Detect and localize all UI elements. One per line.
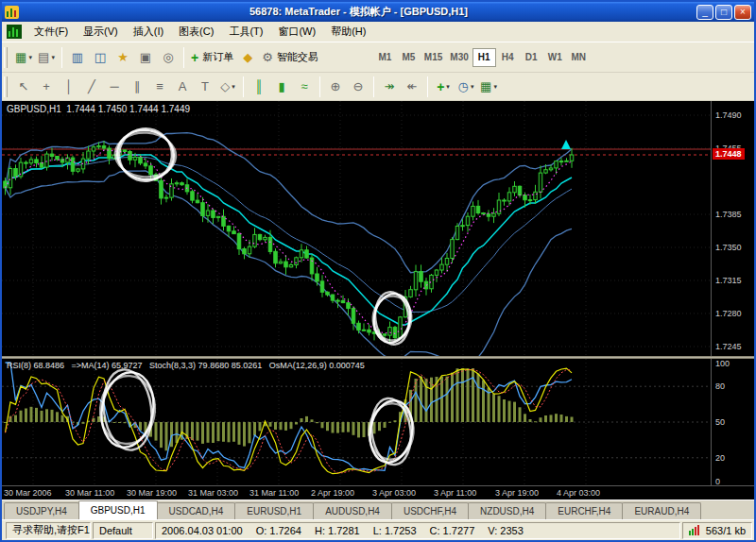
templates-icon: ▦ xyxy=(480,80,491,93)
minimize-button[interactable]: _ xyxy=(696,5,713,20)
timeframe-h4-button[interactable]: H4 xyxy=(496,48,520,67)
tab-usdchf-h4[interactable]: USDCHF,H4 xyxy=(391,502,469,519)
new-chart-button[interactable]: ▦▾ xyxy=(12,46,35,68)
menu-charts[interactable]: 图表(C) xyxy=(171,22,221,42)
tab-usdcad-h4[interactable]: USDCAD,H4 xyxy=(157,502,236,519)
menu-insert[interactable]: 插入(I) xyxy=(126,22,171,42)
tab-nzdusd-h4[interactable]: NZDUSD,H4 xyxy=(468,502,546,519)
connection-traffic: 563/1 kb xyxy=(706,525,746,536)
time-label: 3 Apr 19:00 xyxy=(495,488,539,498)
timeframe-d1-button[interactable]: D1 xyxy=(520,48,543,67)
text-label-button[interactable]: T xyxy=(194,76,216,97)
price-label: 1.7385 xyxy=(715,210,742,219)
status-profile[interactable]: Default xyxy=(93,522,153,539)
expert-advisors-label: 智能交易 xyxy=(277,50,318,64)
profiles-button[interactable]: ▤▾ xyxy=(35,46,58,68)
timeframe-m1-button[interactable]: M1 xyxy=(373,48,397,67)
timeframe-m5-button[interactable]: M5 xyxy=(397,48,421,67)
tab-usdjpy-h4[interactable]: USDJPY,H4 xyxy=(4,502,79,519)
strategy-tester-button[interactable]: ◎ xyxy=(157,46,180,68)
indicators-button[interactable]: +▾ xyxy=(432,76,455,97)
zoom-out-icon: ⊖ xyxy=(353,80,364,93)
tab-euraud-h4[interactable]: EURAUD,H4 xyxy=(622,502,701,519)
timeframe-w1-button[interactable]: W1 xyxy=(543,48,567,67)
toolbar-grip[interactable] xyxy=(4,47,8,68)
zoom-out-button[interactable]: ⊖ xyxy=(347,76,369,97)
indicator-scale[interactable]: 1008050200 xyxy=(711,359,754,485)
market-watch-icon: ▥ xyxy=(72,51,83,63)
cursor-button[interactable]: ↖ xyxy=(12,76,35,97)
fibonacci-button[interactable]: ≡ xyxy=(148,76,171,97)
metaeditor-icon: ◆ xyxy=(243,51,252,63)
status-bar-info: 2006.04.03 01:00 O: 1.7264 H: 1.7281 L: … xyxy=(155,522,680,539)
text-button[interactable]: A xyxy=(171,76,194,97)
data-window-icon: ◫ xyxy=(94,51,106,63)
auto-scroll-icon: ↠ xyxy=(385,80,395,93)
menu-window[interactable]: 窗口(W) xyxy=(270,22,323,42)
menu-tools[interactable]: 工具(T) xyxy=(221,22,270,42)
horizontal-line-button[interactable]: ─ xyxy=(103,76,126,97)
auto-scroll-button[interactable]: ↠ xyxy=(378,76,401,97)
trendline-icon: ╱ xyxy=(88,80,95,93)
close-button[interactable]: × xyxy=(734,5,751,20)
chevron-down-icon: ▾ xyxy=(51,54,55,61)
new-order-button[interactable]: +新订单 xyxy=(188,46,236,68)
price-scale[interactable]: 1.74901.74551.73851.73501.73151.72801.72… xyxy=(711,101,754,356)
indicator-canvas[interactable] xyxy=(2,359,711,485)
restore-button[interactable]: □ xyxy=(715,5,732,20)
toolbar-separator xyxy=(61,47,62,68)
expert-advisors-icon: ⚙ xyxy=(262,51,273,63)
toolbar-separator xyxy=(373,76,374,97)
price-label: 1.7315 xyxy=(715,276,742,285)
chart-shift-button[interactable]: ↞ xyxy=(401,76,423,97)
tab-eurusd-h1[interactable]: EURUSD,H1 xyxy=(234,502,314,519)
chevron-down-icon: ▾ xyxy=(493,83,497,91)
price-label: 1.7245 xyxy=(715,342,742,351)
candlestick-chart-button[interactable]: ▮ xyxy=(270,76,293,97)
crosshair-button[interactable]: + xyxy=(35,76,58,97)
periods-button[interactable]: ◷▾ xyxy=(455,76,477,97)
toolbar-grip[interactable] xyxy=(4,76,8,97)
market-watch-button[interactable]: ▥ xyxy=(66,46,89,68)
navigator-button[interactable]: ★ xyxy=(112,46,134,68)
metaeditor-button[interactable]: ◆ xyxy=(236,46,259,68)
equidistant-channel-icon: ∥ xyxy=(134,80,141,93)
navigator-icon: ★ xyxy=(117,51,129,63)
new-order-icon: + xyxy=(191,51,198,64)
tab-eurchf-h4[interactable]: EURCHF,H4 xyxy=(545,502,623,519)
chevron-down-icon: ▾ xyxy=(446,83,450,91)
equidistant-channel-button[interactable]: ∥ xyxy=(126,76,148,97)
tab-gbpusd-h1[interactable]: GBPUSD,H1 xyxy=(78,500,158,519)
indicator-window[interactable]: RSI(8) 68.8486 =>MA(14) 65.9727 Stoch(8,… xyxy=(2,359,754,485)
title-bar[interactable]: 56878: MetaTrader - 模拟帐户 - [GBPUSD,H1] _… xyxy=(2,2,754,22)
fibonacci-icon: ≡ xyxy=(156,80,163,93)
time-label: 3 Apr 11:00 xyxy=(434,488,476,498)
line-chart-button[interactable]: ≈ xyxy=(293,76,316,97)
line-studies-toolbar: ↖ + │ ╱ ─ ∥ ≡ A T ◇▾ ║ ▮ ≈ ⊕ ⊖ ↠ ↞ +▾ ◷▾… xyxy=(2,73,754,101)
timeframe-h1-button[interactable]: H1 xyxy=(472,48,496,67)
timeframe-m30-button[interactable]: M30 xyxy=(446,48,472,67)
vertical-line-button[interactable]: │ xyxy=(58,76,80,97)
main-chart[interactable]: GBPUSD,H1 1.7444 1.7450 1.7444 1.7449 1.… xyxy=(2,101,754,356)
bar-chart-button[interactable]: ║ xyxy=(248,76,270,97)
price-chart-canvas[interactable] xyxy=(2,101,711,356)
timeframe-toolbar: M1 M5 M15 M30 H1 H4 D1 W1 MN xyxy=(373,48,591,67)
time-label: 31 Mar 11:00 xyxy=(249,488,299,498)
toolbar-separator xyxy=(243,76,244,97)
trendline-button[interactable]: ╱ xyxy=(80,76,103,97)
time-axis[interactable]: 30 Mar 200630 Mar 11:0030 Mar 19:0031 Ma… xyxy=(2,485,754,500)
data-window-button[interactable]: ◫ xyxy=(89,46,112,68)
menu-view[interactable]: 显示(V) xyxy=(76,22,126,42)
templates-button[interactable]: ▦▾ xyxy=(477,76,500,97)
zoom-in-button[interactable]: ⊕ xyxy=(324,76,347,97)
chart-window-icon[interactable] xyxy=(7,25,22,39)
status-volume: V: 2353 xyxy=(488,525,524,536)
menu-file[interactable]: 文件(F) xyxy=(26,22,76,42)
arrows-button[interactable]: ◇▾ xyxy=(216,76,239,97)
terminal-button[interactable]: ▣ xyxy=(134,46,157,68)
menu-help[interactable]: 帮助(H) xyxy=(323,22,373,42)
expert-advisors-button[interactable]: ⚙智能交易 xyxy=(259,46,321,68)
tab-audusd-h4[interactable]: AUDUSD,H4 xyxy=(313,502,392,519)
timeframe-m15-button[interactable]: M15 xyxy=(421,48,446,67)
timeframe-mn-button[interactable]: MN xyxy=(567,48,591,67)
